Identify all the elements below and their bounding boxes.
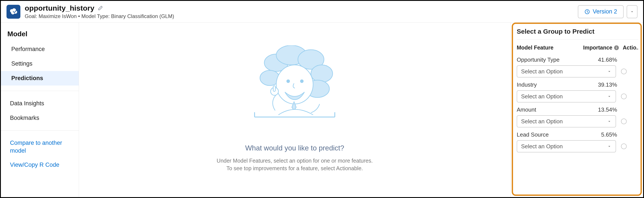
einstein-illustration [246, 45, 344, 133]
svg-rect-15 [273, 86, 276, 91]
feature-row: Amount 13.54% Select an Option [517, 102, 638, 127]
feature-importance: 5.65% [601, 131, 617, 138]
feature-select[interactable]: Select an Option [517, 115, 616, 127]
prompt-subtitle: Under Model Features, select an option f… [216, 157, 373, 172]
sidebar-item-predictions[interactable]: Predictions [1, 71, 79, 86]
header-more-button[interactable] [627, 5, 638, 18]
app-header: opportunity_history Goal: Maximize IsWon… [1, 1, 643, 23]
col-header-feature: Model Feature [517, 45, 583, 51]
version-button[interactable]: Version 2 [578, 5, 624, 18]
chevron-down-icon [607, 119, 612, 124]
sidebar-link-r-code[interactable]: View/Copy R Code [1, 158, 79, 172]
feature-row: Industry 39.13% Select an Option [517, 78, 638, 102]
version-label: Version 2 [592, 8, 617, 15]
feature-name: Opportunity Type [517, 57, 598, 63]
page-subtitle: Goal: Maximize IsWon • Model Type: Binar… [25, 13, 174, 19]
chevron-down-icon [607, 94, 612, 99]
predict-panel: Select a Group to Predict Model Feature … [510, 23, 643, 197]
col-header-importance: Importance [583, 45, 612, 51]
feature-name: Industry [517, 81, 598, 88]
feature-select[interactable]: Select an Option [517, 65, 616, 78]
title-block: opportunity_history Goal: Maximize IsWon… [25, 4, 174, 19]
info-icon[interactable]: i [614, 45, 619, 50]
actionable-radio[interactable] [621, 143, 627, 149]
chevron-down-icon [607, 144, 612, 149]
sidebar-item-performance[interactable]: Performance [1, 42, 79, 57]
sidebar-section-title: Model [1, 28, 79, 42]
feature-row: Opportunity Type 41.68% Select an Option [517, 53, 638, 78]
svg-point-8 [311, 65, 332, 82]
center-panel: What would you like to predict? Under Mo… [79, 23, 510, 197]
feature-name: Lead Source [517, 131, 601, 138]
col-header-action: Actio... [623, 45, 638, 51]
sidebar-item-bookmarks[interactable]: Bookmarks [1, 111, 79, 125]
page-title: opportunity_history [25, 4, 94, 12]
prompt-title: What would you like to predict? [245, 144, 344, 152]
sidebar-item-data-insights[interactable]: Data Insights [1, 96, 79, 111]
actionable-radio[interactable] [621, 69, 627, 74]
chevron-down-icon [607, 69, 612, 74]
svg-point-12 [286, 79, 290, 83]
feature-select[interactable]: Select an Option [517, 90, 616, 102]
feature-importance: 41.68% [598, 57, 617, 63]
edit-icon[interactable] [97, 6, 103, 11]
sidebar-item-settings[interactable]: Settings [1, 57, 79, 71]
actionable-radio[interactable] [621, 94, 627, 99]
app-icon [6, 5, 20, 19]
feature-select[interactable]: Select an Option [517, 140, 616, 152]
actionable-radio[interactable] [621, 119, 627, 124]
sidebar-link-compare[interactable]: Compare to another model [1, 136, 79, 158]
feature-importance: 39.13% [598, 81, 617, 88]
feature-name: Amount [517, 106, 598, 113]
svg-point-13 [300, 79, 304, 83]
feature-importance: 13.54% [598, 106, 617, 113]
predict-panel-title: Select a Group to Predict [517, 27, 638, 40]
feature-row: Lead Source 5.65% Select an Option [517, 127, 638, 152]
sidebar: Model Performance Settings Predictions D… [1, 23, 79, 197]
